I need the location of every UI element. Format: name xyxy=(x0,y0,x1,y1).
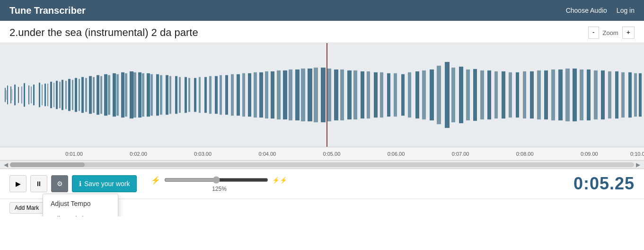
timeline: 0:01.00 0:02.00 0:03.00 0:04.00 0:05.00 … xyxy=(0,147,644,161)
timeline-label-8: 0:08.00 xyxy=(516,151,534,157)
svg-rect-40 xyxy=(334,70,338,121)
logo-text: Tune Transcriber xyxy=(9,5,86,16)
svg-rect-62 xyxy=(639,73,642,117)
svg-rect-70 xyxy=(59,82,61,108)
svg-rect-117 xyxy=(594,71,598,120)
svg-rect-119 xyxy=(621,72,625,118)
waveform-svg xyxy=(0,43,644,147)
svg-rect-34 xyxy=(259,72,263,118)
speed-percent-label: 125% xyxy=(212,186,227,192)
svg-rect-9 xyxy=(44,84,46,107)
svg-rect-61 xyxy=(628,72,632,118)
scrollbar-track[interactable] xyxy=(10,162,634,167)
log-in-link[interactable]: Log in xyxy=(617,7,635,14)
timeline-label-9: 0:09.00 xyxy=(581,151,598,157)
svg-rect-26 xyxy=(175,76,177,114)
svg-rect-104 xyxy=(408,72,411,118)
svg-rect-18 xyxy=(104,74,107,116)
svg-rect-79 xyxy=(125,73,127,117)
svg-rect-23 xyxy=(147,73,150,117)
svg-rect-78 xyxy=(116,74,119,116)
svg-rect-20 xyxy=(121,72,124,118)
svg-rect-106 xyxy=(437,66,441,124)
timeline-label-10: 0:10.0 xyxy=(630,151,644,157)
svg-rect-110 xyxy=(494,71,498,119)
svg-rect-7 xyxy=(33,85,35,106)
svg-rect-73 xyxy=(79,79,80,111)
dropdown-item-tempo[interactable]: Adjust Tempo xyxy=(43,196,118,211)
logo: Tune Transcriber xyxy=(9,5,86,16)
timeline-label-2: 0:02.00 xyxy=(130,151,147,157)
timeline-label-6: 0:06.00 xyxy=(388,151,405,157)
svg-rect-113 xyxy=(537,71,541,120)
save-button[interactable]: ℹ Save your work xyxy=(72,175,137,192)
svg-rect-36 xyxy=(283,71,287,120)
svg-rect-42 xyxy=(361,71,364,119)
dropdown-item-pitch[interactable]: Adjust Pitch xyxy=(43,211,118,216)
svg-rect-54 xyxy=(530,71,534,119)
svg-rect-19 xyxy=(113,73,116,117)
add-mark-button[interactable]: Add Mark xyxy=(9,202,44,214)
svg-rect-4 xyxy=(18,87,19,103)
timeline-label-1: 0:01.00 xyxy=(65,151,83,157)
svg-rect-93 xyxy=(265,71,268,119)
svg-rect-30 xyxy=(215,76,218,114)
svg-rect-114 xyxy=(551,70,555,121)
speed-slider[interactable] xyxy=(164,176,268,184)
svg-rect-92 xyxy=(254,72,257,118)
zoom-in-button[interactable]: + xyxy=(622,27,635,39)
svg-rect-108 xyxy=(466,70,470,121)
svg-rect-75 xyxy=(93,77,95,113)
svg-rect-109 xyxy=(480,71,484,120)
speed-fast-button[interactable]: ⚡⚡ xyxy=(271,177,288,184)
play-button[interactable]: ▶ xyxy=(9,175,26,192)
save-label: Save your work xyxy=(84,180,130,188)
choose-audio-link[interactable]: Choose Audio xyxy=(566,7,607,14)
svg-rect-49 xyxy=(459,67,463,123)
svg-rect-91 xyxy=(242,73,245,117)
dropdown-pitch-label: Adjust Pitch xyxy=(51,215,86,216)
waveform-container[interactable] xyxy=(0,43,644,147)
zoom-label: Zoom xyxy=(601,29,620,36)
svg-rect-63 xyxy=(6,90,7,100)
svg-rect-69 xyxy=(53,83,54,107)
playhead xyxy=(326,43,327,147)
svg-rect-52 xyxy=(502,71,505,119)
svg-rect-58 xyxy=(587,70,591,121)
svg-rect-59 xyxy=(601,71,605,120)
svg-rect-99 xyxy=(340,70,344,121)
svg-rect-97 xyxy=(314,68,318,122)
svg-rect-89 xyxy=(220,75,222,115)
scroll-right-arrow[interactable]: ▶ xyxy=(634,161,642,168)
svg-rect-100 xyxy=(353,71,357,120)
svg-rect-74 xyxy=(85,78,87,112)
svg-rect-98 xyxy=(327,69,331,121)
speed-slow-button[interactable]: ⚡ xyxy=(150,176,161,185)
svg-rect-77 xyxy=(108,75,110,115)
svg-rect-105 xyxy=(422,71,426,120)
svg-rect-53 xyxy=(516,72,519,118)
svg-rect-3 xyxy=(14,85,16,106)
svg-rect-22 xyxy=(138,72,141,118)
svg-rect-10 xyxy=(50,82,52,108)
svg-rect-111 xyxy=(509,72,512,118)
svg-rect-6 xyxy=(28,86,29,105)
scrollbar-thumb[interactable] xyxy=(10,162,85,167)
svg-rect-43 xyxy=(374,72,378,118)
scrollbar-area: ◀ ▶ xyxy=(0,161,644,169)
svg-rect-5 xyxy=(24,83,25,107)
svg-rect-66 xyxy=(31,87,32,104)
settings-button[interactable]: ⚙ xyxy=(51,175,68,192)
svg-rect-28 xyxy=(194,78,196,112)
svg-rect-41 xyxy=(347,71,352,120)
svg-rect-90 xyxy=(231,74,234,116)
zoom-out-button[interactable]: - xyxy=(588,27,599,39)
svg-rect-21 xyxy=(130,71,133,119)
svg-rect-87 xyxy=(199,77,201,113)
svg-rect-15 xyxy=(81,77,84,113)
svg-rect-50 xyxy=(473,69,477,121)
pause-button[interactable]: ⏸ xyxy=(30,175,47,192)
svg-rect-11 xyxy=(56,81,58,109)
scroll-left-arrow[interactable]: ◀ xyxy=(2,161,10,168)
svg-rect-102 xyxy=(380,72,383,118)
